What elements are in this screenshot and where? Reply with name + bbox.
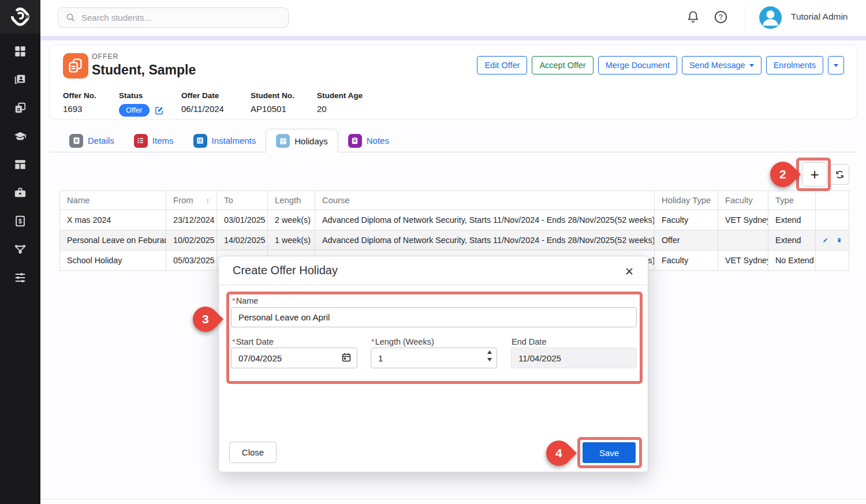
- meta-status: Status Offer: [119, 91, 181, 117]
- step-3-highlight: [226, 292, 643, 384]
- topbar: ? Tutorial Admin: [40, 0, 866, 36]
- end-date-input: [511, 348, 637, 368]
- offer-tabs: Details Items Instalments Holidays Notes: [59, 129, 399, 152]
- column-header-length[interactable]: Length: [268, 191, 315, 210]
- save-button[interactable]: Save: [583, 442, 636, 463]
- caret-down-icon: [834, 64, 838, 67]
- refresh-button[interactable]: [830, 164, 849, 185]
- svg-text:$: $: [18, 218, 22, 225]
- meta-student-no: Student No. AP10501: [251, 91, 317, 117]
- finance-icon[interactable]: $: [14, 215, 27, 227]
- instalments-tab-icon: [193, 134, 207, 148]
- column-header-course[interactable]: Course: [315, 191, 655, 210]
- search-box[interactable]: [58, 8, 289, 28]
- notifications-bell-icon[interactable]: [686, 10, 701, 25]
- column-header-faculty[interactable]: Faculty: [718, 191, 768, 210]
- length-weeks-input[interactable]: [371, 348, 497, 368]
- offer-header-card: OFFER Student, Sample Edit Offer Accept …: [49, 44, 857, 120]
- length-weeks-label: *Length (Weeks): [371, 337, 434, 346]
- stepper-up-icon[interactable]: [487, 350, 492, 354]
- avatar-person-icon: [759, 6, 782, 29]
- column-header-type[interactable]: Type: [768, 191, 816, 210]
- meta-student-age: Student Age 20: [317, 91, 380, 117]
- timetable-icon[interactable]: [14, 158, 27, 171]
- more-actions-button[interactable]: [828, 56, 844, 74]
- students-icon[interactable]: [14, 73, 27, 86]
- sort-ascending-icon: ↑: [206, 196, 210, 205]
- app-logo[interactable]: [0, 0, 40, 33]
- calendar-icon[interactable]: [341, 352, 352, 365]
- column-header-to[interactable]: To: [217, 191, 268, 210]
- close-button[interactable]: Close: [229, 442, 277, 463]
- meta-offer-date: Offer Date 06/11/2024: [181, 91, 251, 117]
- table-row: Personal Leave on Feburary 10/02/2025 14…: [60, 230, 849, 251]
- student-no-link[interactable]: AP10501: [251, 104, 317, 114]
- help-icon[interactable]: ?: [714, 10, 729, 25]
- start-date-input[interactable]: [231, 348, 357, 368]
- holidays-tab-icon: [276, 134, 290, 148]
- user-name[interactable]: Tutorial Admin: [791, 12, 848, 22]
- tab-notes[interactable]: Notes: [338, 129, 399, 152]
- tab-instalments[interactable]: Instalments: [184, 129, 266, 152]
- send-message-button[interactable]: Send Message: [682, 56, 762, 74]
- tab-items[interactable]: Items: [124, 129, 184, 152]
- topbar-divider: [745, 6, 746, 30]
- edit-offer-button[interactable]: Edit Offer: [477, 56, 527, 74]
- sidebar-nav: $: [0, 45, 40, 284]
- dashboard-icon[interactable]: [14, 45, 27, 58]
- search-input[interactable]: [81, 13, 272, 23]
- app-logo-icon: [9, 6, 31, 28]
- tab-holidays[interactable]: Holidays: [266, 129, 338, 152]
- network-icon[interactable]: [14, 243, 27, 256]
- table-header-row: Name From↑ To Length Course Holiday Type…: [60, 191, 849, 210]
- offer-meta: Offer No. 1693 Status Offer Offer Date 0…: [63, 91, 380, 117]
- entity-kicker: OFFER: [92, 53, 118, 61]
- modal-title: Create Offer Holiday: [233, 264, 338, 277]
- offer-actions: Edit Offer Accept Offer Merge Document S…: [477, 56, 844, 74]
- accept-offer-button[interactable]: Accept Offer: [532, 56, 593, 74]
- column-header-actions: [816, 191, 849, 210]
- add-holiday-button[interactable]: +: [802, 162, 827, 186]
- merge-document-button[interactable]: Merge Document: [598, 56, 677, 74]
- number-stepper: [487, 350, 492, 361]
- length-weeks-field: [371, 348, 497, 368]
- notes-tab-icon: [348, 134, 362, 148]
- header-divider-band: [40, 36, 866, 40]
- end-date-label: End Date: [512, 337, 546, 346]
- courses-icon[interactable]: [14, 130, 27, 143]
- details-tab-icon: [69, 134, 83, 148]
- column-header-holiday-type[interactable]: Holiday Type: [655, 191, 718, 210]
- items-tab-icon: [134, 134, 148, 148]
- page-title: Student, Sample: [92, 62, 196, 78]
- edit-status-icon[interactable]: [154, 106, 164, 115]
- column-header-from[interactable]: From↑: [166, 191, 217, 210]
- name-field-label: *Name: [232, 296, 258, 305]
- refresh-icon: [835, 170, 845, 180]
- column-header-name[interactable]: Name: [60, 191, 166, 210]
- status-badge: Offer: [119, 104, 150, 117]
- offer-icon: [63, 53, 88, 79]
- sidebar: $: [0, 0, 40, 504]
- caret-down-icon: [749, 64, 754, 67]
- close-icon[interactable]: ✕: [622, 263, 636, 281]
- search-icon: [66, 13, 76, 23]
- svg-text:?: ?: [719, 13, 723, 21]
- agents-icon[interactable]: [14, 186, 27, 199]
- offers-icon[interactable]: [14, 102, 27, 114]
- enrolments-button[interactable]: Enrolments: [766, 56, 823, 74]
- meta-offer-no: Offer No. 1693: [63, 91, 119, 117]
- start-date-label: *Start Date: [232, 337, 274, 346]
- start-date-field: [231, 348, 357, 368]
- table-row: X mas 2024 23/12/2024 03/01/2025 2 week(…: [60, 210, 849, 230]
- tab-details[interactable]: Details: [59, 129, 124, 152]
- create-offer-holiday-modal: Create Offer Holiday ✕ *Name *Start Date…: [218, 256, 648, 472]
- holiday-name-input[interactable]: [231, 307, 637, 327]
- footer-divider: [40, 499, 866, 499]
- edit-row-icon[interactable]: [823, 236, 828, 245]
- modal-header-divider: [219, 285, 649, 285]
- settings-sliders-icon[interactable]: [14, 271, 27, 284]
- stepper-down-icon[interactable]: [487, 358, 492, 361]
- delete-row-icon[interactable]: [837, 236, 842, 245]
- user-avatar[interactable]: [759, 6, 782, 29]
